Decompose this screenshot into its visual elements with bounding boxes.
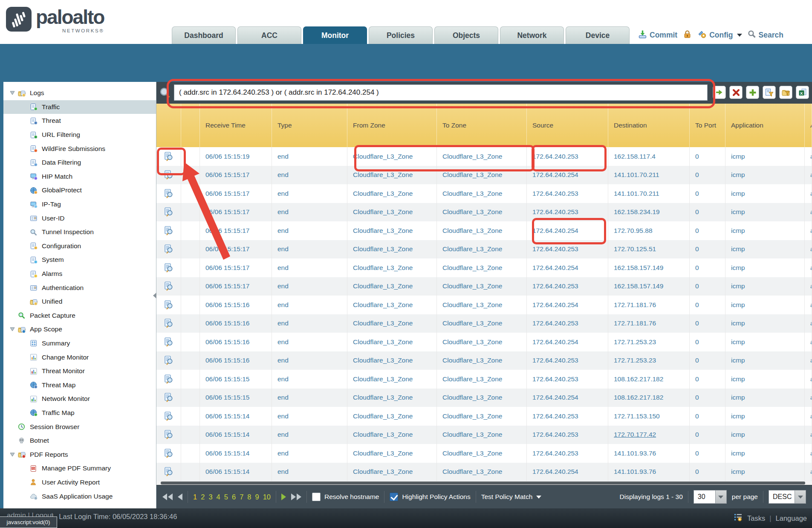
expander-icon[interactable] [7,453,18,457]
log-detail-icon[interactable] [156,296,181,314]
log-detail-icon[interactable] [156,277,181,296]
log-detail-icon[interactable] [156,184,181,203]
page-number-8[interactable]: 8 [247,493,251,501]
log-detail-icon[interactable] [156,463,181,482]
column-header-from_zone[interactable]: From Zone [347,104,437,147]
sidebar-item-manage-pdf-summary[interactable]: PDFManage PDF Summary [3,461,156,476]
sidebar-item-globalprotect[interactable]: GlobalProtect [3,183,156,197]
log-detail-icon[interactable] [156,240,181,259]
tab-network[interactable]: Network [500,26,564,44]
highlight-policy-actions-checkbox[interactable] [390,493,398,501]
sidebar-item-saas-application-usage[interactable]: SaaS Application Usage [3,489,156,503]
sidebar-item-network-monitor[interactable]: Network Monitor [3,392,156,406]
last-page-button[interactable] [291,493,301,500]
sidebar-item-tunnel-inspection[interactable]: Tunnel Inspection [3,225,156,239]
sidebar-item-session-browser[interactable]: Session Browser [3,420,156,434]
first-page-button[interactable] [162,493,173,500]
sidebar-item-summary[interactable]: Summary [3,337,156,351]
horizontal-scrollbar[interactable] [156,481,812,485]
sidebar-item-system[interactable]: System [3,253,156,267]
tab-device[interactable]: Device [566,26,630,44]
sidebar-item-packet-capture[interactable]: Packet Capture [3,309,156,323]
sidebar-item-unified[interactable]: Unified [3,295,156,309]
next-page-button[interactable] [281,493,286,500]
tasks-button[interactable]: Tasks [747,514,765,522]
expander-icon[interactable] [7,91,18,95]
sidebar-item-app-scope[interactable]: App Scope [3,322,156,337]
sidebar-item-traffic-map[interactable]: Traffic Map [3,406,156,420]
sidebar-item-data-filtering[interactable]: Data Filtering [3,156,156,170]
tab-acc[interactable]: ACC [237,26,301,44]
add-filter-button[interactable] [746,86,759,99]
log-detail-icon[interactable] [156,444,181,463]
sidebar-item-threat-map[interactable]: Threat Map [3,378,156,392]
log-detail-icon[interactable] [156,203,181,222]
column-header-type[interactable]: Type [272,104,347,147]
page-number-5[interactable]: 5 [224,493,228,501]
page-number-3[interactable]: 3 [208,493,212,501]
search-button[interactable]: Search [748,30,783,41]
log-detail-icon[interactable] [156,147,181,166]
tab-policies[interactable]: Policies [369,26,433,44]
log-detail-icon[interactable] [156,333,181,351]
sidebar-item-ip-tag[interactable]: IP-Tag [3,197,156,212]
sidebar-item-change-monitor[interactable]: Change Monitor [3,350,156,364]
sidebar-item-logs[interactable]: Logs [3,86,156,100]
column-header-destination[interactable]: Destination [608,104,690,147]
load-filter-button[interactable] [779,86,792,99]
log-detail-icon[interactable] [156,407,181,426]
column-header-to_zone[interactable]: To Zone [437,104,527,147]
log-detail-icon[interactable] [156,351,181,370]
apply-filter-button[interactable] [713,86,726,99]
tab-dashboard[interactable]: Dashboard [172,26,236,44]
page-number-9[interactable]: 9 [255,493,259,501]
expander-icon[interactable] [7,327,18,331]
sidebar-item-botnet[interactable]: Botnet [3,434,156,448]
column-header-time[interactable]: Receive Time [200,104,272,147]
clear-filter-button[interactable] [729,86,743,99]
sidebar-item-wildfire-submissions[interactable]: WildFire Submissions [3,142,156,156]
log-detail-icon[interactable] [156,426,181,444]
commit-button[interactable]: Commit [638,30,677,41]
destination-cell[interactable]: 172.70.177.42 [608,426,690,444]
filter-query-input[interactable] [174,84,708,101]
sidebar-item-threat-monitor[interactable]: Threat Monitor [3,364,156,378]
previous-page-button[interactable] [178,493,182,500]
log-detail-icon[interactable] [156,389,181,407]
sidebar-item-traffic[interactable]: Traffic [3,100,156,114]
page-number-4[interactable]: 4 [217,493,220,501]
sidebar-item-url-filtering[interactable]: URL Filtering [3,128,156,142]
sidebar-item-authentication[interactable]: Authentication [3,281,156,295]
lock-icon[interactable] [683,30,692,41]
page-number-10[interactable]: 10 [263,493,271,501]
sidebar-item-pdf-reports[interactable]: PDF Reports [3,447,156,461]
column-header-source[interactable]: Source [527,104,608,147]
sidebar-item-configuration[interactable]: Configuration [3,239,156,253]
page-number-2[interactable]: 2 [201,493,205,501]
log-detail-icon[interactable] [156,370,181,389]
language-button[interactable]: Language [776,514,807,522]
sidebar-item-user-activity-report[interactable]: User Activity Report [3,476,156,490]
log-detail-icon[interactable] [156,314,181,333]
sidebar-collapse-handle[interactable] [153,293,156,299]
column-header-application[interactable]: Application [725,104,805,147]
sidebar-item-user-id[interactable]: User-ID [3,211,156,225]
config-menu-button[interactable]: Config [697,29,742,41]
page-number-1[interactable]: 1 [193,493,197,501]
filter-builder-button[interactable] [763,86,776,99]
horizontal-scrollbar-thumb[interactable] [161,482,805,484]
log-detail-icon[interactable] [156,221,181,240]
sidebar-item-alarms[interactable]: Alarms [3,267,156,281]
log-detail-icon[interactable] [156,166,181,185]
log-detail-icon[interactable] [156,258,181,277]
export-to-csv-button[interactable]: X [796,86,809,99]
page-number-6[interactable]: 6 [232,493,236,501]
sidebar-item-hip-match[interactable]: HIP Match [3,170,156,184]
tab-monitor[interactable]: Monitor [303,26,367,44]
sort-order-select[interactable]: DESC [769,490,806,504]
sidebar-item-threat[interactable]: Threat [3,114,156,128]
resolve-hostname-checkbox[interactable] [312,493,321,501]
page-number-7[interactable]: 7 [240,493,243,501]
column-header-action[interactable]: Action [805,104,812,147]
tab-objects[interactable]: Objects [434,26,498,44]
